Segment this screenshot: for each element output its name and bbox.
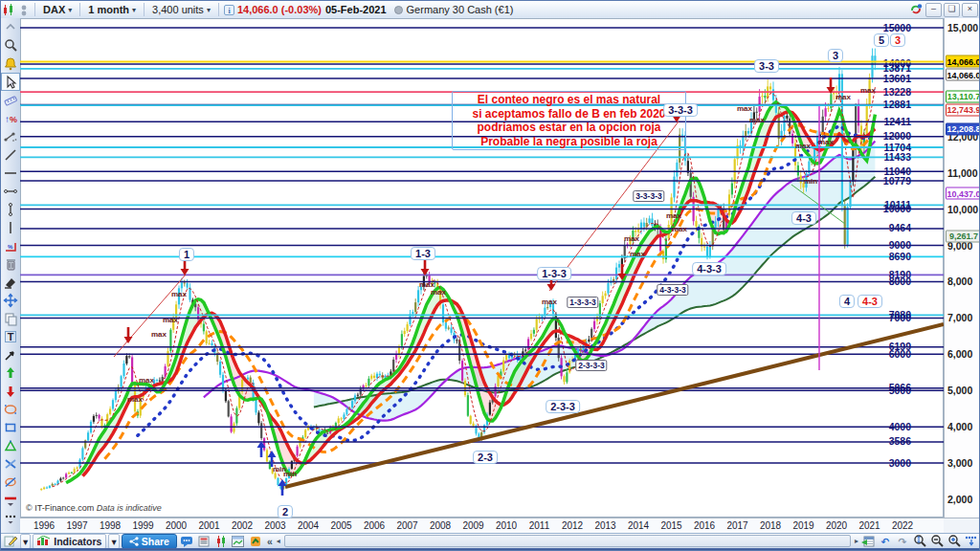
panel-handle-icon[interactable]	[16, 3, 32, 16]
chat-icon[interactable]	[179, 535, 194, 548]
indicators-caret[interactable]: ▾	[108, 534, 119, 549]
wave-label[interactable]: 1-3-3-3	[567, 297, 598, 308]
pan-icon[interactable]	[964, 535, 979, 548]
units-dropdown[interactable]: 3,400 units▾	[147, 2, 215, 17]
info-icon[interactable]: i	[222, 3, 237, 16]
price-tick: 2,000	[947, 494, 972, 505]
analyst-note[interactable]: El conteo negro es el mas natural si ace…	[452, 91, 686, 150]
tool-cursor[interactable]	[1, 73, 20, 91]
tool-rectangle[interactable]	[1, 418, 20, 436]
year-tick: 2016	[694, 520, 715, 531]
extrema-label: max	[818, 138, 835, 146]
scroll-right-arrow[interactable]: ▸	[855, 537, 858, 545]
wave-label[interactable]: 4-3	[791, 211, 816, 225]
redo-icon[interactable]: ↷	[895, 535, 910, 548]
goto-date-icon[interactable]	[860, 535, 876, 548]
indicators-button[interactable]: Indicators	[33, 534, 106, 549]
time-axis[interactable]: 1996199719981999200020012002200320042005…	[20, 518, 944, 534]
horizontal-scrollbar[interactable]	[284, 535, 851, 547]
scroll-left-arrow[interactable]: ◂	[277, 537, 280, 545]
tool-duplicate[interactable]	[1, 309, 20, 327]
collapse-left[interactable]: «	[267, 536, 273, 547]
hline-label: 5000	[889, 385, 912, 396]
wave-label[interactable]: 4	[839, 295, 855, 308]
extrema-label: max	[542, 298, 558, 306]
tool-collapse-up[interactable]	[1, 18, 20, 36]
close-button[interactable]: ×	[962, 3, 978, 17]
wave-label[interactable]: 4-3-3-3	[657, 284, 688, 296]
wave-label[interactable]: 3-3	[754, 59, 779, 73]
timeframe-dropdown[interactable]: 1 month▾	[83, 2, 141, 17]
tool-ellipse[interactable]	[1, 400, 20, 418]
draw-tool-icon[interactable]	[3, 535, 18, 548]
tool-cross-lines[interactable]	[1, 454, 20, 473]
tool-horizontal-segment[interactable]	[1, 182, 20, 200]
share-button[interactable]: Share	[122, 534, 177, 549]
wave-label[interactable]: 1-3-3	[537, 267, 571, 280]
extrema-label: max	[431, 288, 447, 297]
hline-label: 11433	[883, 151, 911, 163]
refresh-icon[interactable]	[908, 3, 924, 16]
extrema-label: min	[283, 470, 297, 478]
tool-text[interactable]: T	[1, 327, 20, 345]
price-box: 12,743.9	[946, 103, 980, 116]
tool-vertical-segment[interactable]	[1, 200, 20, 218]
wave-label[interactable]: 2-3-3-3	[575, 360, 607, 371]
wave-label[interactable]: 2-3	[473, 451, 498, 464]
undo-icon[interactable]: ↶	[878, 535, 893, 548]
tool-horizontal-line[interactable]	[1, 164, 20, 182]
tool-vertical-line[interactable]	[1, 218, 20, 236]
last-price-date: 05-Feb-2021	[325, 4, 387, 15]
wave-label[interactable]: 2	[278, 505, 293, 518]
zoom-in-icon[interactable]	[947, 535, 962, 548]
wave-label[interactable]: 3-3-3	[663, 103, 698, 117]
platform-icon[interactable]	[248, 535, 263, 548]
symbol-dropdown[interactable]: DAX▾	[38, 2, 77, 17]
wave-label[interactable]: 3	[828, 49, 843, 62]
tool-delete-trash[interactable]	[1, 254, 20, 273]
wave-label[interactable]: 4-3-3	[692, 262, 726, 276]
zoom-drag-icon[interactable]	[912, 535, 927, 548]
tool-ruler[interactable]	[1, 91, 20, 109]
chart-window-icon[interactable]	[231, 535, 246, 548]
year-tick: 1999	[132, 520, 153, 531]
compare-icon[interactable]	[213, 535, 229, 548]
analyst-note-line: si aceptamos fallo de B en feb 2020	[453, 107, 685, 121]
wave-label[interactable]: 4-3	[858, 295, 882, 308]
tool-eraser[interactable]	[1, 273, 20, 291]
tool-move[interactable]	[1, 291, 20, 309]
wave-label[interactable]: 1-3	[411, 247, 435, 260]
tool-line-style[interactable]	[1, 491, 20, 509]
minimize-button[interactable]: –	[925, 3, 942, 17]
tool-alarm[interactable]	[1, 55, 20, 73]
tool-arrow-up[interactable]	[1, 364, 20, 382]
wave-label[interactable]: 1	[179, 248, 194, 261]
price-axis[interactable]: 15,00012,00011,00010,0009,0008,0007,0006…	[944, 18, 980, 518]
price-box: 9,261.7	[946, 230, 980, 242]
tool-arrow[interactable]	[1, 345, 20, 364]
instrument-name: Germany 30 Cash (€1)	[407, 4, 514, 15]
wave-label[interactable]: 5	[874, 33, 889, 47]
hline-label: 13601	[883, 73, 911, 84]
hline-label: 13228	[883, 86, 911, 98]
year-tick: 2015	[660, 520, 681, 531]
wave-label[interactable]: 3-3-3-3	[633, 190, 664, 202]
tool-segment-extend[interactable]	[1, 127, 20, 145]
tool-zoom[interactable]	[1, 36, 20, 55]
draw-tool-caret[interactable]: ▾	[20, 534, 31, 549]
year-tick: 2005	[330, 520, 351, 531]
price-chart-canvas[interactable]: 1500014000138711360113228128811241112000…	[20, 18, 944, 518]
news-icon[interactable]	[196, 535, 212, 548]
tool-trend-line[interactable]	[1, 145, 20, 164]
tool-arrow-down[interactable]	[1, 382, 20, 400]
tool-no-ellipse[interactable]	[1, 473, 20, 491]
wave-label[interactable]: 3	[890, 33, 905, 47]
wave-label[interactable]: 2-3-3	[546, 400, 580, 413]
zoom-out-icon[interactable]	[929, 535, 945, 548]
restore-button[interactable]: ❏	[944, 3, 960, 17]
tool-price-percent[interactable]: ↑%	[1, 109, 20, 127]
tool-angle-tool[interactable]: %	[1, 236, 20, 254]
tool-triangle[interactable]	[1, 436, 20, 454]
tool-more-options[interactable]	[1, 509, 20, 527]
candlestick-style-icon[interactable]	[1, 3, 16, 16]
